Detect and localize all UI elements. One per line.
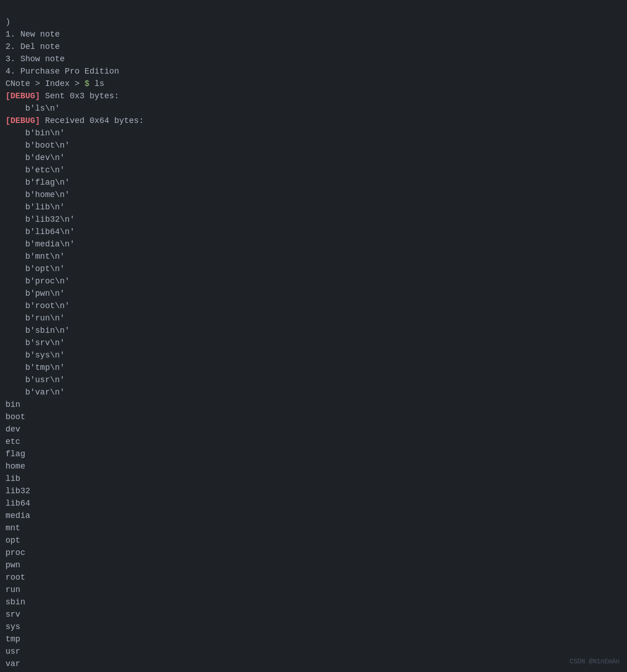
debug-recv-line: b'opt\n' [5, 263, 622, 275]
prompt-dollar: $ [85, 79, 90, 88]
debug-recv-text: Received 0x64 bytes: [40, 116, 144, 125]
directory-entry: lib [5, 473, 622, 485]
debug-recv-line: b'home\n' [5, 189, 622, 201]
debug-recv-line: b'dev\n' [5, 152, 622, 164]
directory-entry: boot [5, 411, 622, 423]
debug-recv-line: b'run\n' [5, 312, 622, 325]
debug-recv-line: b'srv\n' [5, 337, 622, 349]
menu-item-1: 1. New note [5, 30, 60, 39]
debug-recv-line: b'lib32\n' [5, 213, 622, 226]
debug-recv-line: b'flag\n' [5, 176, 622, 189]
debug-recv-line: b'sbin\n' [5, 325, 622, 337]
debug-recv-line: b'usr\n' [5, 374, 622, 386]
debug-recv-line: b'lib64\n' [5, 226, 622, 238]
directory-entry: media [5, 510, 622, 522]
debug-recv-line: b'lib\n' [5, 201, 622, 213]
final-prompt-line: $ [5, 670, 622, 672]
watermark: CSDN @N1nEmAn [570, 657, 620, 667]
directory-entry: bin [5, 399, 622, 411]
terminal-output: ) 1. New note 2. Del note 3. Show note 4… [5, 4, 622, 127]
menu-close-paren: ) [5, 17, 11, 27]
debug-recv-line: b'bin\n' [5, 127, 622, 139]
directory-entry: run [5, 584, 622, 596]
directory-entry: home [5, 460, 622, 473]
directory-listing-container: binbootdevetcflaghomeliblib32lib64mediam… [5, 399, 622, 670]
directory-entry: sys [5, 621, 622, 633]
directory-entry: dev [5, 423, 622, 436]
prompt-path: CNote > Index > [5, 79, 85, 88]
directory-entry: sbin [5, 596, 622, 608]
directory-entry: flag [5, 448, 622, 460]
menu-item-3: 3. Show note [5, 54, 65, 64]
directory-entry: opt [5, 534, 622, 547]
directory-entry: lib64 [5, 497, 622, 510]
debug-recv-line: b'proc\n' [5, 275, 622, 288]
debug-recv-line: b'pwn\n' [5, 288, 622, 300]
debug-recv-lines-container: b'bin\n' b'boot\n' b'dev\n' b'etc\n' b'f… [5, 127, 622, 399]
directory-entry: proc [5, 547, 622, 559]
directory-entry: usr [5, 645, 622, 658]
debug-recv-line: b'var\n' [5, 386, 622, 399]
debug-recv-line: b'etc\n' [5, 164, 622, 176]
directory-entry: pwn [5, 559, 622, 571]
debug-recv-line: b'mnt\n' [5, 251, 622, 263]
directory-entry: tmp [5, 633, 622, 645]
menu-item-2: 2. Del note [5, 42, 60, 51]
debug-recv-line: b'media\n' [5, 238, 622, 251]
debug-recv-line: b'root\n' [5, 300, 622, 312]
debug-recv-line: b'boot\n' [5, 139, 622, 152]
directory-entry: lib32 [5, 485, 622, 497]
debug-sent-label: [DEBUG] [5, 91, 40, 101]
directory-entry: etc [5, 436, 622, 448]
debug-recv-line: b'sys\n' [5, 349, 622, 362]
debug-sent-value: b'ls\n' [5, 104, 60, 113]
command: ls [90, 79, 104, 88]
debug-sent-text: Sent 0x3 bytes: [40, 91, 119, 101]
directory-entry: root [5, 571, 622, 584]
debug-recv-label: [DEBUG] [5, 116, 40, 125]
directory-entry: mnt [5, 522, 622, 534]
debug-recv-line: b'tmp\n' [5, 362, 622, 374]
menu-item-4: 4. Purchase Pro Edition [5, 67, 119, 76]
directory-entry: var [5, 658, 622, 670]
directory-entry: srv [5, 608, 622, 621]
